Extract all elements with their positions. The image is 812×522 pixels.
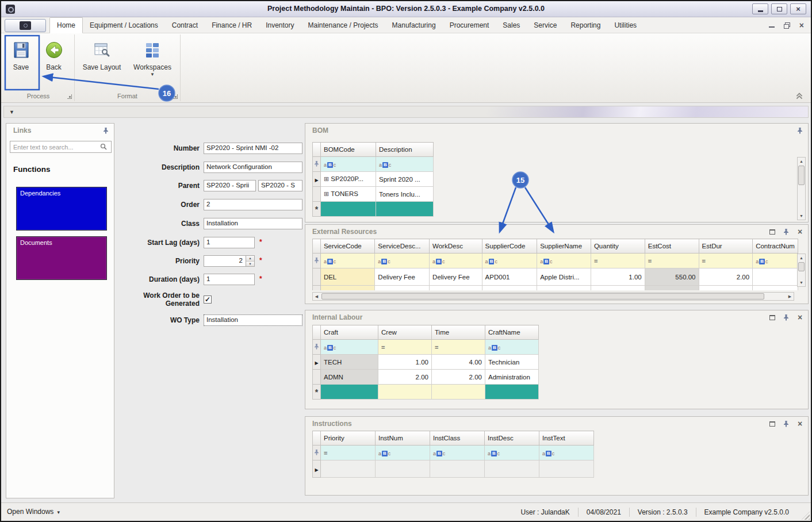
filter-cell[interactable]: aBc [539, 446, 594, 460]
grid-cell[interactable] [375, 286, 430, 291]
grid-cell[interactable]: Technician [485, 355, 539, 370]
back-button[interactable]: Back [38, 37, 70, 90]
filter-cell[interactable]: = [699, 254, 753, 268]
pin-icon[interactable] [782, 420, 791, 428]
filter-cell[interactable]: = [321, 446, 376, 460]
grid-cell[interactable]: Administration [485, 370, 539, 385]
save-button[interactable]: Save [5, 37, 37, 90]
ribbon-minimize-button[interactable] [769, 26, 775, 28]
grid-cell[interactable] [321, 460, 376, 478]
pin-icon[interactable] [101, 126, 110, 135]
filter-cell[interactable]: aBc [375, 254, 430, 268]
tab-sales[interactable]: Sales [496, 17, 527, 33]
filter-cell[interactable]: aBc [537, 254, 591, 268]
row-indicator[interactable] [313, 268, 321, 286]
workspaces-button[interactable]: Workspaces ▼ [128, 37, 177, 90]
filter-cell[interactable]: aBc [485, 446, 539, 460]
grid-cell[interactable] [378, 385, 432, 400]
panel-close-button[interactable]: × [795, 420, 805, 428]
filter-cell[interactable]: = [591, 254, 645, 268]
tab-equipment-locations[interactable]: Equipment / Locations [83, 17, 165, 33]
grid-cell[interactable] [753, 286, 798, 291]
tab-maintenance-projects[interactable]: Maintenance / Projects [301, 17, 385, 33]
row-indicator[interactable] [313, 187, 321, 202]
grid-cell[interactable] [376, 460, 430, 478]
grid-cell[interactable]: 550.00 [645, 268, 699, 286]
grid-cell[interactable]: Delivery Fee [430, 268, 482, 286]
scroll-thumb[interactable] [321, 293, 764, 300]
panel-close-button[interactable]: × [795, 313, 805, 322]
column-header[interactable]: InstText [539, 431, 594, 446]
grid-cell[interactable]: TECH [321, 355, 378, 370]
order-field[interactable]: 2 [204, 199, 302, 210]
links-search-input[interactable] [10, 141, 112, 153]
window-maximize-button[interactable] [771, 3, 787, 14]
grid-cell[interactable]: 2.00 [432, 370, 485, 385]
class-field[interactable]: Installation [204, 218, 302, 229]
column-header[interactable]: InstNum [376, 431, 430, 446]
tab-service[interactable]: Service [527, 17, 564, 33]
filter-cell[interactable]: aBc [376, 157, 434, 172]
dialog-launcher-icon[interactable] [173, 94, 178, 99]
column-header[interactable]: Quantity [591, 239, 645, 254]
grid-cell[interactable]: 4.00 [432, 355, 485, 370]
external-resources-horizontal-scrollbar[interactable]: ◀ ▶ [312, 292, 794, 301]
tab-reporting[interactable]: Reporting [564, 17, 607, 33]
spin-up-icon[interactable]: ▲ [246, 256, 254, 262]
row-indicator[interactable]: * [313, 202, 321, 217]
grid-cell[interactable]: Apple Distri... [537, 268, 591, 286]
grid-cell[interactable]: ⊞ SP2020P... [321, 172, 376, 187]
tab-manufacturing[interactable]: Manufacturing [385, 17, 443, 33]
external-resources-vertical-scrollbar[interactable]: ▲ ▼ [797, 254, 806, 287]
tab-finance-hr[interactable]: Finance / HR [205, 17, 259, 33]
row-indicator[interactable]: ▶ [313, 355, 321, 370]
window-close-button[interactable]: × [790, 3, 806, 14]
grid-cell[interactable] [753, 268, 798, 286]
grid-cell[interactable] [430, 460, 485, 478]
column-header[interactable]: ContractNum [753, 239, 798, 254]
scroll-down-icon[interactable]: ▼ [798, 279, 805, 286]
start-lag-field[interactable]: 1 [204, 237, 255, 248]
filter-cell[interactable]: aBc [430, 254, 482, 268]
tab-inventory[interactable]: Inventory [259, 17, 301, 33]
ribbon-collapse-button[interactable] [795, 91, 804, 100]
tab-contract[interactable]: Contract [165, 17, 205, 33]
column-header[interactable]: EstCost [645, 239, 699, 254]
column-header[interactable]: Craft [321, 325, 378, 340]
column-header[interactable]: Crew [378, 325, 432, 340]
row-indicator[interactable] [313, 286, 321, 291]
column-header[interactable]: BOMCode [321, 143, 376, 157]
row-indicator[interactable]: ▶ [313, 460, 321, 478]
grid-cell[interactable] [485, 460, 539, 478]
scroll-thumb[interactable] [798, 262, 805, 271]
row-indicator[interactable]: * [313, 385, 321, 400]
ribbon-restore-button[interactable] [784, 22, 790, 29]
grid-cell[interactable] [321, 385, 378, 400]
filter-cell[interactable]: aBc [321, 157, 376, 172]
column-header[interactable]: Time [432, 325, 485, 340]
grid-cell[interactable]: 0.00 [645, 286, 699, 291]
resize-grip[interactable] [802, 512, 810, 520]
pin-icon[interactable] [782, 313, 791, 322]
filter-cell[interactable]: aBc [430, 446, 485, 460]
expand-icon[interactable]: ⊞ [324, 190, 331, 197]
panel-close-button[interactable]: × [795, 228, 805, 236]
column-header[interactable]: EstDur [699, 239, 753, 254]
filter-cell[interactable]: aBc [485, 340, 539, 355]
grid-cell[interactable] [430, 286, 482, 291]
column-header[interactable]: CraftName [485, 325, 539, 340]
bom-vertical-scrollbar[interactable]: ▲ ▼ [797, 157, 806, 220]
column-header[interactable]: ServiceCode [320, 239, 374, 254]
documents-button[interactable]: Documents [16, 236, 107, 280]
column-header[interactable]: InstDesc [485, 431, 539, 446]
column-header[interactable]: SupplierName [537, 239, 591, 254]
grid-cell[interactable]: 0.00 [591, 286, 645, 291]
filter-cell[interactable]: = [432, 340, 485, 355]
number-field[interactable]: SP2020 - Sprint NMI -02 [204, 143, 302, 154]
scroll-down-icon[interactable]: ▼ [798, 212, 805, 220]
grid-cell[interactable]: ⊞ TONERS [321, 187, 376, 202]
grid-cell[interactable]: 2.00 [378, 370, 432, 385]
grid-cell[interactable]: DEL [320, 268, 374, 286]
column-header[interactable]: ServiceDesc... [375, 239, 430, 254]
ribbon-close-button[interactable]: × [799, 22, 804, 29]
